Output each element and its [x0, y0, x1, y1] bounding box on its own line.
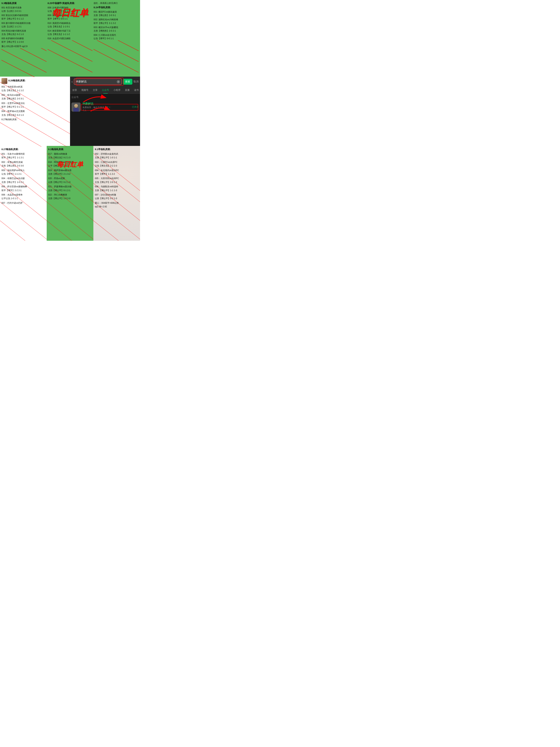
top-col2-title: 8.25中场德甲/英超私房菜:	[48, 1, 93, 5]
top-section: 9.3晚场私房菜 001 布茨克浦VS克鲁让胜【让胜】2-0 3:1 002 英…	[0, 0, 140, 77]
svg-line-4	[1, 55, 47, 77]
wechat-clear-button[interactable]: ×	[117, 80, 120, 83]
middle-section: 8.26晚场私房菜: 001：卡利亚里vs科莫让负【博主负】1-1 1-2 00…	[0, 77, 140, 146]
mid-left-item4: 004：维罗纳vs尤文图斯主负【博让负】0-2 1-3	[1, 109, 69, 117]
bottom-col-mid: 每日红单 9.1晚场私房菜: 017：曼联vs利物浦主负【博主负】0-2 1-3…	[47, 146, 93, 241]
top-col2-item5: 016: 水晶宫VS西汉姆联	[48, 37, 93, 40]
svg-line-28	[0, 213, 47, 241]
bottom-left-title: 8.27晚场私房菜:	[1, 147, 45, 151]
svg-point-21	[74, 104, 78, 108]
tab-all[interactable]: 全部	[70, 87, 79, 94]
top-col3-intro: 连红，恭喜跟上的兄弟们	[94, 1, 138, 5]
tab-reading[interactable]: 读书	[132, 87, 140, 94]
svg-rect-22	[73, 108, 79, 112]
avatar	[1, 78, 7, 84]
top-col-1: 9.3晚场私房菜 001 布茨克浦VS克鲁让胜【让胜】2-0 3:1 002 英…	[1, 1, 47, 75]
wechat-cancel-button[interactable]: 取消	[133, 80, 138, 83]
wechat-account-card[interactable]: RAMOS 神豪解说 免费推荐，输出干货天天红！ 个人 已关注	[72, 101, 138, 113]
b-l-item2: 002：米堡vs斯托克城主胜【博让胜】2-0 3-0	[1, 160, 45, 168]
b-l-item7: 007：巴列卡诺vs巴萨	[1, 201, 45, 205]
b-m-item1: 017：曼联vs利物浦主负【博主负】0-2 1-3	[48, 152, 92, 160]
wechat-section-title: 公众号	[72, 96, 138, 99]
top-col3-item3: 003: 横滨水手vs大阪樱花主胜【博胜胜】2-0 2-1	[94, 26, 138, 33]
middle-left-panel: 8.26晚场私房菜: 001：卡利亚里vs科莫让负【博主负】1-1 1-2 00…	[0, 77, 70, 146]
top-col1-item1: 001 布茨克浦VS克鲁让胜【让胜】2-0 3:1	[1, 6, 47, 13]
top-col-2: 每日红单 8.25中场德甲/英超私房菜: 008: 沙米堡VS斯加特让负【博让平…	[48, 1, 93, 75]
top-col1-item2: 002 英吉尔汉姆VS彼得堡联双平【博让平】0-1 1-2	[1, 14, 47, 21]
mid-left-item3: 003：北雪平vs米亚尔比双平【博让平】0-1 1-1	[1, 101, 69, 109]
bottom-col-right: 9.1早场私房菜: 002：济州联vs金泉尚武主胜【博让平】1-0 1-1 00…	[93, 146, 140, 241]
b-r-item2: 003：江原FCvs水原FC让负【博主负】2-2 2-3	[95, 160, 138, 168]
wechat-account-avatar: RAMOS	[72, 103, 81, 112]
mid-left-item1: 001：卡利亚里vs科莫让负【博主负】1-1 1-2	[1, 85, 69, 93]
wechat-tabs: 全部 视频号 文章 公众号 小程序 直播 读书	[70, 87, 140, 94]
wechat-search-button[interactable]: 搜索	[123, 79, 132, 85]
top-col3-item4: 004: 仁川联vs全北现代让负【博平】0-0 1-1	[94, 33, 138, 40]
b-l-item6: 006：水晶宫vs诺维奇让平让负 1-0 1-1	[1, 193, 45, 201]
top-col3-item2: 002: 浦和红钻vs川崎前锋双平【博让平】2-1 2-2	[94, 18, 138, 25]
tab-video[interactable]: 视频号	[79, 87, 91, 94]
b-r-item4: 005：大田市民vs光州FC主负【博让平】2-0 1-2	[95, 177, 138, 184]
bottom-section: 8.27晚场私房菜: 001：马洛卡vs塞维利亚双平【博让平】1-1 2-1 0…	[0, 146, 140, 241]
svg-line-31	[47, 195, 93, 241]
top-col1-item5: 005 布罗姆利VS剑桥联双平【博让平】1-1 0-0	[1, 37, 47, 44]
bottom-right-title: 9.1早场私房菜:	[95, 147, 138, 151]
top-col2-item4: 014: 南安普敦VS诺丁汉让负【博主负】1-1 1-2	[48, 29, 93, 36]
svg-line-14	[94, 45, 138, 77]
mid-left-date: 8.27晚场私房菜:	[1, 118, 69, 121]
big-red-title: 每日红单	[52, 7, 88, 19]
top-col-3: 连红，恭喜跟上的兄弟们 8.24早场私房菜: 001: 横滨FCvs德岛漩涡主胜…	[94, 1, 138, 75]
b-r-item3: 004：全北现代vs首尔FC双平【博平】1-1 2-2	[95, 169, 138, 176]
b-m-item3: 019：奥萨苏纳vs塞尔塔主胜【博让平】2-1 3-2	[48, 169, 92, 176]
wechat-search-panel: 8.24早场私房菜内容... ‹ 神豪解说 × 搜索 取消 全部 视频号 文章 …	[70, 77, 140, 146]
wechat-overlay: ‹ 神豪解说 × 搜索 取消 全部 视频号 文章 公众号 小程序 直播 读书	[70, 77, 140, 146]
bottom-red-title: 每日红单	[57, 160, 83, 168]
bottom-col-left: 8.27晚场私房菜: 001：马洛卡vs塞维利亚双平【博让平】1-1 2-1 0…	[0, 146, 47, 241]
svg-line-9	[48, 45, 93, 77]
top-col1-title: 9.3晚场私房菜	[1, 1, 47, 5]
tab-live[interactable]: 直播	[123, 87, 132, 94]
wechat-search-text: 神豪解说	[76, 80, 117, 83]
b-l-item1: 001：马洛卡vs塞维利亚双平【博让平】1-1 2-1	[1, 152, 45, 160]
mid-left-item2: 002：哈马比vs盖斯主胜【博让胜】2-0 3-1	[1, 93, 69, 101]
b-r-item5: 006：乌德勒支vs特温特主胜【博让平】1-1 1-3	[95, 185, 138, 192]
top-col1-item4: 004 阿克尔顿VS斯托克港主负【博让负】0-2 1-3	[1, 29, 47, 36]
b-l-item5: 005：萨尔茨堡vs基辅纳摩双平【博平】2-2 2-1	[1, 185, 45, 192]
wechat-search-bar: ‹ 神豪解说 × 搜索 取消	[70, 77, 140, 87]
wechat-results: 公众号 RAMOS 神豪解说	[70, 94, 140, 115]
top-col1-note: 重心:03让胜+02双平-sp2.9	[1, 45, 47, 48]
svg-line-18	[0, 117, 70, 147]
svg-line-3	[1, 45, 47, 77]
b-r-item1: 002：济州联vs金泉尚武主胜【博让平】1-0 1-1	[95, 152, 138, 160]
bottom-mid-title: 9.1晚场私房菜:	[48, 147, 92, 151]
tab-official[interactable]: 公众号	[100, 87, 111, 94]
top-col1-item3: 003 唐卡斯特VS哈德斯菲尔德让胜【让胜】1-1 2-1	[1, 22, 47, 28]
top-col3-item1: 001: 横滨FCvs德岛漩涡主胜【博让胜】2-0 3-1	[94, 10, 138, 17]
wechat-account-desc: 免费推荐，输出干货天天红！	[82, 106, 130, 109]
wechat-follow-label: 已关注	[132, 105, 138, 108]
b-r-item6: 007：沙尔克04vs科隆让胜【博让平】0-2 1-3	[95, 193, 138, 201]
wechat-back-button[interactable]: ‹	[72, 79, 73, 84]
svg-text:RAMOS: RAMOS	[74, 106, 78, 107]
svg-line-33	[47, 213, 93, 241]
b-m-item6: 022：拜仁vs弗赖堡主胜【博让平】1-0 2-0	[48, 193, 92, 201]
wechat-account-type: 个人	[82, 109, 130, 112]
wechat-account-name: 神豪解说	[82, 102, 130, 106]
b-m-item5: 021：罗森博格vs莫尔德主胜【博让平】0-1 2-1	[48, 185, 92, 192]
tab-article[interactable]: 文章	[91, 87, 100, 94]
top-col2-item3: 010: 美因茨VS柏林联合让负【博主负】1-1 0-1	[48, 22, 93, 28]
wechat-account-info: 神豪解说 免费推荐，输出干货天天红！ 个人	[82, 102, 130, 112]
b-l-item4: 004：布斯巴达vs马尔默主胜【博让平】1-0 2-1	[1, 177, 45, 184]
b-r-note: 重心：004双平+006让胜sp2.36~2.92	[95, 201, 138, 209]
middle-left-title: 8.26晚场私房菜:	[8, 79, 26, 83]
b-m-item4: 020：昂热vs尼斯让胜【博让平】0-2 1-3	[48, 177, 92, 184]
tab-miniprogram[interactable]: 小程序	[111, 87, 123, 94]
wechat-search-input-wrap: 神豪解说 ×	[74, 78, 122, 85]
b-l-item3: 003：加拉塔萨vs年轻人让负【博平】1-1 2-1	[1, 169, 45, 176]
top-col3-title: 8.24早场私房菜:	[94, 6, 138, 9]
